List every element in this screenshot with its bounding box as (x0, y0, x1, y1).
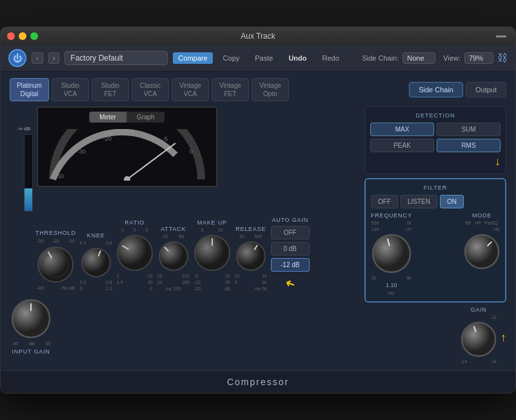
knee-section: KNEE 0.40.6 0.20.8 01.0 (80, 232, 112, 291)
auto-gain-0db-btn[interactable]: 0 dB (271, 242, 310, 255)
main-window: Aux Track ⏻ ‹ › Factory Default Compare … (0, 26, 516, 394)
filter-on-btn[interactable]: ON (440, 195, 464, 208)
tab-graph[interactable]: Graph (126, 112, 165, 123)
gain-knob[interactable] (461, 321, 497, 357)
copy-button[interactable]: Copy (218, 52, 245, 64)
svg-point-25 (465, 235, 499, 268)
model-tabs-row: PlatinumDigital StudioVCA StudioFET Clas… (10, 78, 506, 101)
attack-scale: 2080 (157, 234, 190, 239)
scale-label-inf: -∞ dB (10, 126, 33, 132)
threshold-scale: -30-20-10 (36, 238, 75, 244)
svg-line-0 (127, 143, 175, 179)
redo-button[interactable]: Redo (317, 52, 344, 64)
vu-display: Meter Graph (37, 106, 217, 187)
vertical-meter-fill (25, 188, 32, 211)
filter-knobs-area: FREQUENCY 5202k 130LP (371, 212, 500, 296)
arrow-detection: ↓ (370, 155, 501, 168)
ratio-range: 212 (117, 274, 153, 278)
main-knobs-row: THRESHOLD -30-20-10 (10, 217, 358, 291)
top-left-controls: ⏻ ‹ › Factory Default Compare Copy Paste… (8, 49, 344, 67)
tab-studio-fet[interactable]: StudioFET (92, 78, 129, 101)
vertical-meter-bar (24, 134, 33, 212)
maximize-button[interactable] (30, 32, 38, 40)
makeup-section: MAKE UP 510 -520 -1030 (194, 219, 231, 291)
undo-button[interactable]: Undo (283, 52, 312, 64)
detection-sum-btn[interactable]: SUM (437, 123, 501, 136)
mode-knob-section: MODE BPHPParEQ HS (464, 212, 500, 270)
nav-prev-button[interactable]: ‹ (32, 52, 43, 64)
bottom-knobs-row: -30dB30 INPUT GAIN (10, 299, 358, 355)
vu-area: -∞ dB Meter Graph (10, 106, 358, 212)
paste-button[interactable]: Paste (250, 52, 278, 64)
ratio-scale: 358 (117, 228, 153, 232)
makeup-knob[interactable] (194, 234, 231, 272)
makeup-range: -520 (194, 274, 230, 278)
main-area: PlatinumDigital StudioVCA StudioFET Clas… (1, 72, 515, 370)
window-controls (7, 32, 38, 40)
gain-knob-section: GAIN -12 -2414 (461, 306, 497, 364)
detection-rms-btn[interactable]: RMS (437, 139, 501, 152)
footer-title: Compressor (227, 377, 289, 387)
sidechain-select[interactable]: None (402, 52, 435, 64)
svg-text:-50: -50 (55, 173, 64, 179)
window-minimize-line[interactable] (496, 35, 506, 37)
mode-knob[interactable] (464, 234, 500, 270)
auto-gain-section: AUTO GAIN OFF 0 dB -12 dB ➜ (271, 217, 310, 291)
tab-platinum-digital[interactable]: PlatinumDigital (10, 78, 49, 101)
input-gain-knob[interactable] (11, 299, 51, 339)
auto-gain-label: AUTO GAIN (272, 217, 308, 223)
svg-text:-20: -20 (103, 135, 112, 142)
svg-point-19 (237, 242, 265, 270)
detection-title: DETECTION (370, 112, 501, 119)
tab-vintage-opto[interactable]: VintageOpto (252, 78, 289, 101)
tab-classic-vca[interactable]: ClassicVCA (132, 78, 169, 101)
gain-label: GAIN (470, 306, 486, 313)
tab-vintage-vca[interactable]: VintageVCA (172, 78, 209, 101)
window-title: Aux Track (241, 32, 275, 41)
tab-sidechain[interactable]: Side Chain (409, 82, 463, 97)
threshold-range: -40-50 dB (36, 285, 75, 291)
arrow-down-icon: ↓ (495, 155, 501, 168)
tab-studio-vca[interactable]: StudioVCA (52, 78, 89, 101)
minimize-button[interactable] (19, 32, 26, 40)
view-group: View: 79% ⛓ (443, 52, 508, 64)
svg-point-8 (38, 247, 73, 282)
detection-peak-btn[interactable]: PEAK (370, 139, 434, 152)
svg-point-13 (117, 235, 152, 270)
release-range: 201k (235, 274, 267, 278)
filter-listen-btn[interactable]: LISTEN (401, 195, 437, 208)
ratio-section: RATIO 358 212 1.420 (116, 219, 154, 291)
title-bar-right (496, 35, 506, 37)
input-gain-label: INPUT GAIN (12, 348, 50, 355)
link-icon[interactable]: ⛓ (497, 52, 508, 64)
power-button[interactable]: ⏻ (8, 49, 26, 67)
detection-grid: MAX SUM PEAK RMS (370, 123, 501, 152)
tab-vintage-fet[interactable]: VintageFET (212, 78, 249, 101)
filter-section: FILTER OFF LISTEN ON FREQUENCY 5202k (364, 178, 506, 303)
preset-select[interactable]: Factory Default (64, 51, 168, 65)
ratio-knob[interactable] (116, 234, 154, 272)
frequency-knob[interactable] (372, 234, 412, 274)
attack-section: ATTACK 2080 15120 10160 (157, 226, 190, 291)
close-button[interactable] (7, 32, 15, 40)
compare-button[interactable]: Compare (173, 52, 212, 64)
auto-gain-off-btn[interactable]: OFF (271, 226, 310, 239)
attack-range: 15120 (157, 274, 190, 278)
svg-text:-5: -5 (163, 135, 168, 142)
detection-max-btn[interactable]: MAX (370, 123, 434, 136)
knee-knob[interactable] (81, 247, 112, 278)
view-select[interactable]: 79% (464, 52, 493, 64)
tab-meter[interactable]: Meter (89, 112, 126, 123)
tab-output[interactable]: Output (466, 82, 506, 97)
svg-point-27 (462, 323, 495, 356)
auto-gain-12db-btn[interactable]: -12 dB (271, 258, 310, 272)
filter-off-btn[interactable]: OFF (371, 195, 398, 208)
nav-next-button[interactable]: › (48, 52, 60, 64)
input-gain-section: -30dB30 INPUT GAIN (11, 299, 51, 355)
attack-knob[interactable] (158, 241, 189, 272)
release-knob[interactable] (235, 241, 266, 272)
vu-meter-svg: -50 -30 -20 -10 -5 0 (46, 129, 208, 181)
svg-point-11 (82, 248, 110, 277)
mode-label: MODE (472, 212, 491, 219)
threshold-knob[interactable] (37, 246, 74, 283)
